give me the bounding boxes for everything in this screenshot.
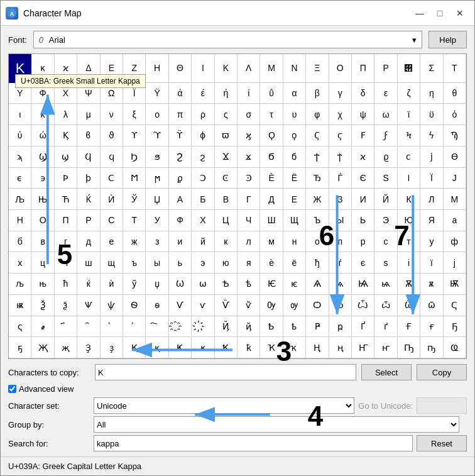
char-cell[interactable]: δ [352,83,374,104]
char-cell[interactable]: ϶ [31,168,54,189]
char-cell[interactable]: ф [444,231,466,253]
char-cell[interactable]: ъ [123,252,146,274]
char-cell[interactable]: Ҋ [215,316,237,338]
char-cell[interactable]: Ϟ [398,125,420,147]
char-cell[interactable]: Я [420,210,443,231]
char-cell[interactable]: Ϧ [123,147,146,168]
char-cell[interactable]: л [237,231,260,253]
char-cell[interactable]: г [55,231,77,253]
char-cell[interactable]: ҙ [101,337,123,358]
char-cell[interactable]: κ [31,104,54,125]
char-cell[interactable]: ς [215,104,237,125]
char-cell[interactable]: ѷ [237,295,260,316]
char-cell[interactable]: ϥ [101,147,123,168]
char-cell[interactable]: ҥ [374,337,397,358]
char-cell[interactable]: Ѕ [374,168,397,189]
char-cell[interactable]: Ѽ [352,295,374,316]
char-cell[interactable]: ң [329,337,352,358]
char-cell[interactable]: Ϲ [101,168,123,189]
char-cell[interactable]: β [306,83,329,104]
char-cell[interactable]: ѓ [329,252,352,274]
char-cell[interactable]: Ш [260,210,283,231]
char-cell[interactable]: ҃ [55,316,77,338]
char-cell[interactable]: Ҟ [215,337,237,358]
char-cell[interactable]: Ъ [306,210,329,231]
char-cell[interactable]: В [215,189,237,210]
char-cell[interactable]: Ϊ [123,83,146,104]
char-cell[interactable]: т [398,231,420,253]
char-cell[interactable]: Ҡ [260,337,283,358]
char-cell[interactable]: Й [374,189,397,210]
char-cell[interactable]: П [55,210,77,231]
char-cell[interactable]: Ϝ [352,125,374,147]
select-button[interactable]: Select [361,364,412,380]
char-cell[interactable]: Ђ [306,168,329,189]
char-cell[interactable]: ο [146,104,168,125]
char-cell[interactable]: э [192,252,214,274]
char-cell[interactable]: и [169,231,192,253]
groupby-select[interactable]: All [94,416,459,433]
char-cell[interactable]: Ϥ [77,147,100,168]
char-cell[interactable]: Р [77,210,100,231]
char-cell[interactable]: И [352,189,374,210]
char-cell[interactable]: А [169,189,192,210]
char-cell[interactable]: κ [31,54,54,83]
char-cell[interactable]: Ь [352,210,374,231]
char-cell[interactable]: М [444,189,466,210]
char-cell[interactable]: ϧ [146,147,168,168]
char-cell[interactable]: Ґ [352,316,374,338]
char-cell[interactable]: Ϯ [306,147,329,168]
char-cell[interactable]: ҝ [192,337,214,358]
char-cell[interactable]: Ϛ [306,125,329,147]
char-cell[interactable]: Ў [123,189,146,210]
char-cell[interactable]: Л [420,189,443,210]
char-cell[interactable]: χ [329,104,352,125]
char-cell[interactable]: ѻ [329,295,352,316]
char-cell[interactable]: Ҙ [77,337,100,358]
char-cell[interactable]: Ϩ [169,147,192,168]
font-select[interactable]: 0 Arial ▾ [33,31,423,48]
char-cell[interactable]: ν [101,104,123,125]
char-cell[interactable]: ҂ [31,316,54,338]
char-cell[interactable]: а [444,210,466,231]
char-cell[interactable]: τ [260,104,283,125]
char-cell[interactable]: к [215,231,237,253]
char-cell[interactable]: ϓ [146,125,168,147]
char-cell[interactable]: К [398,189,420,210]
char-cell[interactable]: й [192,231,214,253]
char-cell[interactable]: ϣ [55,147,77,168]
char-cell[interactable]: ύ [9,125,31,147]
char-cell[interactable]: Θ [169,54,192,83]
char-cell[interactable]: в [31,231,54,253]
char-cell[interactable]: Ϸ [55,168,77,189]
char-cell[interactable]: х [9,252,31,274]
char-cell[interactable]: Г [237,189,260,210]
char-cell[interactable]: Ε [101,54,123,83]
char-cell[interactable]: з [146,231,168,253]
char-cell[interactable]: ϭ [283,147,306,168]
char-cell[interactable]: ж [123,231,146,253]
char-cell[interactable]: ҆ [123,316,146,338]
char-cell[interactable]: ё [283,252,306,274]
char-cell[interactable]: Σ [420,54,443,83]
char-cell[interactable]: Μ [260,54,283,83]
char-cell[interactable]: Җ [31,337,54,358]
char-cell[interactable]: ҕ [9,337,31,358]
char-cell[interactable]: Ң [306,337,329,358]
char-cell[interactable]: η [420,83,443,104]
char-cell[interactable]: Ы [329,210,352,231]
char-cell[interactable]: ώ [31,125,54,147]
char-cell[interactable]: φ [306,104,329,125]
char-cell[interactable]: ϩ [192,147,214,168]
char-cell[interactable]: ϋ [420,104,443,125]
char-cell[interactable]: Ҍ [260,316,283,338]
char-cell[interactable]: Χ [55,83,77,104]
char-cell[interactable]: Ѳ [123,295,146,316]
char-cell[interactable]: ш [77,252,100,274]
char-cell[interactable]: җ [55,337,77,358]
char-cell[interactable]: У [146,210,168,231]
char-cell[interactable]: ϐ [77,125,100,147]
help-button[interactable]: Help [429,31,467,48]
char-cell[interactable]: ы [146,252,168,274]
char-cell[interactable]: Ω [101,83,123,104]
